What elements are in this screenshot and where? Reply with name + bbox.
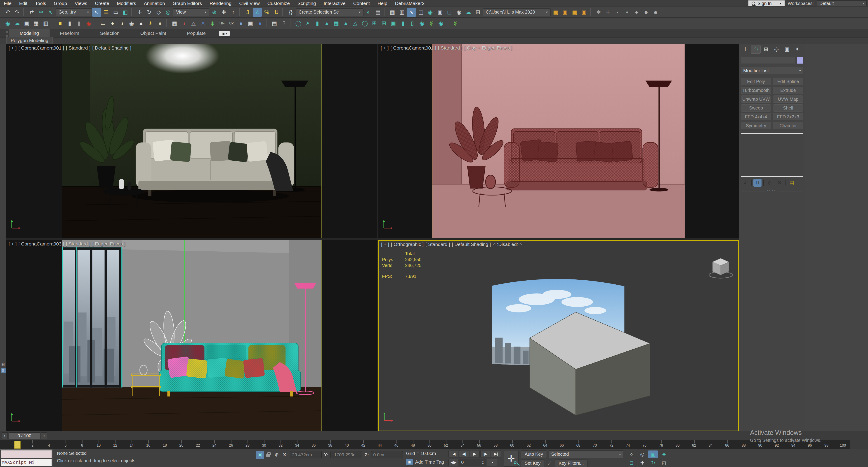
open-script-icon[interactable]: ▣ [551, 8, 560, 17]
time-slider-playhead[interactable] [14, 441, 21, 449]
layer-explorer-icon[interactable]: ▦ [388, 8, 397, 17]
dock-grid-icon[interactable]: ▦ [1, 362, 6, 367]
angle-snap-icon[interactable]: ∠ [253, 8, 262, 17]
viewport-menu-camera[interactable]: [ CoronaCamera003 ] [19, 241, 64, 246]
rectangular-selection-icon[interactable]: ▭ [111, 8, 120, 17]
isolate-selection-toggle[interactable]: ▣ [256, 451, 264, 459]
next-frame-arrow[interactable]: › [41, 432, 47, 439]
show-end-result-icon[interactable]: ⊔ [753, 179, 762, 187]
maxscript-macro-field[interactable] [1, 450, 52, 458]
percent-snap-icon[interactable]: % [262, 8, 271, 17]
maximize-viewport-icon[interactable]: ◱ [659, 459, 669, 467]
slate-editor-icon[interactable]: ▣ [246, 19, 255, 28]
y-coordinate-field[interactable]: -1709.293c [331, 451, 362, 459]
modifier-preset-button[interactable]: UVW Map [773, 95, 803, 103]
ribbon-grip[interactable] [6, 30, 8, 37]
tab-hierarchy[interactable]: ⊞ [761, 45, 771, 54]
modifier-preset-button[interactable]: TurboSmooth [741, 87, 771, 94]
rect-light-icon[interactable]: ▭ [98, 19, 107, 28]
pylon-icon[interactable]: △ [189, 19, 198, 28]
menu-item[interactable]: Views [71, 0, 91, 7]
add-time-tag[interactable]: ⊞ Add Time Tag [406, 459, 444, 465]
brush-preset-2-icon[interactable]: • [622, 8, 631, 17]
camera-3-icon[interactable]: ▮ [398, 19, 407, 28]
menu-item[interactable]: Animation [140, 0, 168, 7]
go-to-start-icon[interactable]: |◀ [448, 450, 458, 458]
tree-icon[interactable]: ▲ [341, 19, 350, 28]
sphere-light-icon[interactable]: ● [108, 19, 117, 28]
ox-icon[interactable]: 0x [227, 19, 236, 28]
tab-create[interactable]: ✛ [740, 45, 750, 54]
bulb-icon[interactable]: ◯ [294, 19, 303, 28]
redo-icon[interactable]: ↷ [13, 8, 22, 17]
menu-item[interactable]: Help [374, 0, 391, 7]
zoom-extents-icon[interactable]: ▣ [648, 450, 658, 458]
grass-icon[interactable]: ψ [208, 19, 217, 28]
reference-coordinate-dropdown[interactable]: View [173, 8, 209, 16]
next-frame-icon[interactable]: |▶ [480, 450, 490, 458]
modifier-list-dropdown[interactable]: Modifier List [741, 67, 803, 74]
brush-preset-4-icon[interactable]: ● [642, 8, 651, 17]
viewport-layout-icon[interactable]: ⊞ [379, 19, 388, 28]
sky-light-icon[interactable]: ● [156, 19, 164, 28]
brush-preset-3-icon[interactable]: ● [632, 8, 641, 17]
tree-2-icon[interactable]: △ [351, 19, 360, 28]
menu-item[interactable]: Content [349, 0, 374, 7]
menu-item[interactable]: Create [91, 0, 113, 7]
edit-script-icon[interactable]: ▣ [580, 8, 589, 17]
viewport-menu-camera[interactable]: [ Orthographic ] [391, 242, 424, 247]
modifier-preset-button[interactable]: FFD 3x3x3 [773, 113, 803, 120]
select-object-icon[interactable]: ↖ [92, 8, 101, 17]
menu-item[interactable]: Graph Editors [169, 0, 206, 7]
render-production-icon[interactable]: ◉ [454, 8, 463, 17]
remove-modifier-icon[interactable]: ✕ [776, 179, 784, 187]
previous-frame-arrow[interactable]: ‹ [2, 432, 8, 439]
z-coordinate-field[interactable]: 0.0cm [371, 451, 403, 459]
workspaces-dropdown[interactable]: Default [817, 0, 867, 6]
maxscript-listener-field[interactable]: MAXScript Mi [1, 459, 52, 466]
selection-lock-icon[interactable] [266, 454, 270, 457]
polygon-modeling-panel[interactable]: Polygon Modeling [6, 37, 53, 45]
ribbon-tab[interactable]: Selection [90, 29, 130, 37]
select-and-manipulate-icon[interactable]: ✚ [219, 8, 228, 17]
menu-item[interactable]: File [0, 0, 16, 7]
menu-item[interactable]: Tools [31, 0, 50, 7]
select-and-place-icon[interactable]: ◎ [164, 8, 173, 17]
tab-display[interactable]: ▣ [782, 45, 792, 54]
chevrons-down-icon[interactable]: ≫ [427, 19, 436, 28]
ribbon-tab[interactable]: Modeling [9, 29, 50, 37]
zoom-all-icon[interactable]: ◎ [637, 450, 647, 458]
balloon-icon[interactable]: ● [255, 19, 265, 28]
previous-frame-icon[interactable]: ◀| [459, 450, 469, 458]
rollout-divider[interactable] [742, 191, 802, 193]
dock-panel-icon[interactable]: ⊞ [1, 368, 6, 373]
chevrons-down-2-icon[interactable]: ≫ [451, 19, 460, 28]
save-script-icon[interactable]: ▣ [561, 8, 569, 17]
current-frame-field[interactable]: 0 ▲▼ [459, 459, 486, 466]
brush-preset-1-icon[interactable]: · [613, 8, 622, 17]
camera-icon[interactable]: ▮ [65, 19, 74, 28]
ring-icon[interactable]: ◯ [360, 19, 369, 28]
menu-item[interactable]: Edit [16, 0, 31, 7]
set-keys-button[interactable]: ✛ [504, 450, 519, 467]
spinner-snap-icon[interactable]: ⇅ [272, 8, 281, 17]
menu-item[interactable]: Modifiers [113, 0, 140, 7]
menu-item[interactable]: Scripting [293, 0, 320, 7]
auto-key-button[interactable]: Auto Key [521, 450, 547, 458]
tab-motion[interactable]: ◎ [772, 45, 781, 54]
proxy-sphere-icon[interactable]: ● [237, 19, 246, 28]
viewport-menu-shading[interactable]: [ Default Shading ] [92, 45, 131, 51]
disc-light-icon[interactable]: ◑ [118, 19, 127, 28]
layers-icon[interactable]: ⊞ [370, 19, 379, 28]
modifier-preset-button[interactable]: Extrude [773, 87, 803, 94]
bind-to-space-warp-icon[interactable]: ∿ [46, 8, 55, 17]
select-by-name-icon[interactable]: ☰ [102, 8, 111, 17]
gizmo-icon[interactable]: ◉ [436, 19, 445, 28]
modifier-preset-button[interactable]: Shell [773, 104, 803, 112]
viewport-menu-standard[interactable]: [ Standard ] [66, 241, 91, 246]
run-script-icon[interactable]: ▣ [570, 8, 579, 17]
mesh-light-icon[interactable]: ◉ [127, 19, 136, 28]
viewport-bottom-left[interactable]: [ + ] [ CoronaCamera003 ] [ Standard ] [… [6, 240, 377, 431]
paint-add-icon[interactable]: ✛ [603, 8, 613, 17]
building-icon[interactable]: ▦ [332, 19, 341, 28]
